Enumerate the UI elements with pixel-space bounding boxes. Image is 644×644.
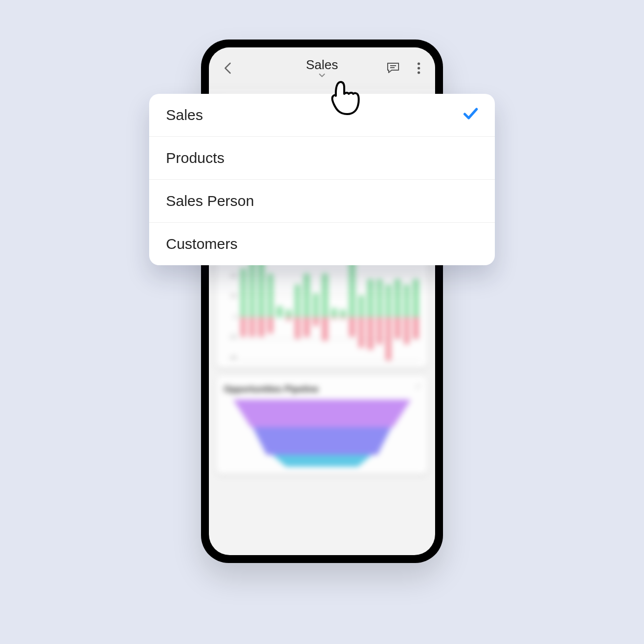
- funnel-card: Opportunities Pipeline ⤢: [217, 376, 427, 474]
- menu-item[interactable]: Sales Person: [149, 180, 495, 223]
- topbar-actions: [386, 61, 426, 76]
- chevron-down-icon: [319, 72, 325, 80]
- svg-point-3: [417, 67, 420, 69]
- funnel-title: Opportunities Pipeline: [224, 384, 420, 395]
- menu-item-label: Products: [166, 150, 224, 166]
- app-topbar: Sales: [209, 47, 435, 89]
- more-vertical-icon: [417, 62, 421, 75]
- comments-button[interactable]: [386, 61, 401, 76]
- menu-item[interactable]: Customers: [149, 223, 495, 265]
- menu-item[interactable]: Sales: [149, 94, 495, 137]
- more-button[interactable]: [411, 61, 426, 76]
- page-title: Sales: [306, 57, 338, 73]
- expand-icon[interactable]: ⤢: [415, 382, 421, 390]
- menu-item[interactable]: Products: [149, 137, 495, 180]
- chat-icon: [386, 62, 400, 75]
- menu-item-label: Customers: [166, 236, 238, 252]
- svg-point-4: [417, 71, 420, 74]
- page-switcher-menu: SalesProductsSales PersonCustomers: [149, 94, 495, 265]
- page-title-dropdown[interactable]: Sales: [306, 57, 338, 80]
- back-button[interactable]: [220, 60, 237, 77]
- menu-item-label: Sales: [166, 107, 203, 123]
- svg-point-2: [417, 62, 420, 65]
- menu-item-label: Sales Person: [166, 193, 254, 209]
- check-icon: [463, 107, 478, 123]
- bar-chart: 6040200-20-40: [224, 252, 420, 361]
- chevron-left-icon: [223, 61, 233, 75]
- funnel-chart: [233, 400, 411, 467]
